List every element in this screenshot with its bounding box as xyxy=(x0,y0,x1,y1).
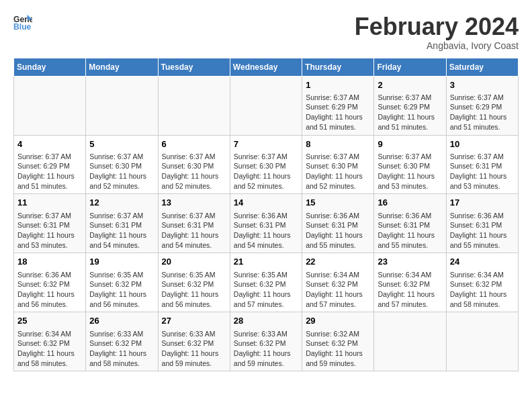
day-info: Sunset: 6:32 PM xyxy=(234,338,298,349)
calendar-cell: 15Sunrise: 6:36 AMSunset: 6:31 PMDayligh… xyxy=(302,194,374,253)
day-number: 15 xyxy=(306,197,370,209)
day-info: Sunset: 6:32 PM xyxy=(306,279,370,289)
day-info: Sunset: 6:32 PM xyxy=(162,279,226,289)
day-number: 17 xyxy=(450,197,515,209)
day-number: 20 xyxy=(162,256,226,268)
day-info: Daylight: 11 hours and 58 minutes. xyxy=(89,349,154,368)
day-number: 26 xyxy=(89,315,154,327)
calendar-cell: 10Sunrise: 6:37 AMSunset: 6:31 PMDayligh… xyxy=(446,135,518,194)
calendar-cell: 6Sunrise: 6:37 AMSunset: 6:30 PMDaylight… xyxy=(158,135,230,194)
day-number: 4 xyxy=(17,138,82,150)
day-info: Sunrise: 6:33 AM xyxy=(89,329,154,339)
day-info: Sunset: 6:30 PM xyxy=(378,161,442,171)
day-info: Daylight: 11 hours and 57 minutes. xyxy=(234,289,298,309)
day-info: Sunrise: 6:37 AM xyxy=(306,152,370,162)
day-number: 1 xyxy=(306,79,370,91)
calendar-cell: 16Sunrise: 6:36 AMSunset: 6:31 PMDayligh… xyxy=(374,194,446,253)
day-info: Daylight: 11 hours and 51 minutes. xyxy=(378,112,442,132)
day-info: Sunset: 6:32 PM xyxy=(162,338,226,349)
calendar-cell: 2Sunrise: 6:37 AMSunset: 6:29 PMDaylight… xyxy=(374,76,446,135)
header-tuesday: Tuesday xyxy=(158,58,230,76)
calendar-cell: 20Sunrise: 6:35 AMSunset: 6:32 PMDayligh… xyxy=(158,253,230,312)
logo: General Blue xyxy=(13,13,32,32)
day-info: Daylight: 11 hours and 52 minutes. xyxy=(234,171,298,191)
calendar-cell xyxy=(158,76,230,135)
day-number: 29 xyxy=(306,315,370,327)
day-info: Daylight: 11 hours and 57 minutes. xyxy=(306,289,370,309)
day-number: 22 xyxy=(306,256,370,268)
day-info: Sunrise: 6:35 AM xyxy=(234,270,298,280)
day-number: 14 xyxy=(234,197,298,209)
day-info: Sunrise: 6:33 AM xyxy=(162,329,226,339)
day-info: Sunset: 6:31 PM xyxy=(17,220,82,230)
day-info: Sunrise: 6:34 AM xyxy=(306,270,370,280)
day-number: 7 xyxy=(234,138,298,150)
day-info: Sunset: 6:32 PM xyxy=(378,279,442,289)
day-info: Sunrise: 6:32 AM xyxy=(306,329,370,339)
calendar-cell xyxy=(86,76,158,135)
calendar-cell: 1Sunrise: 6:37 AMSunset: 6:29 PMDaylight… xyxy=(302,76,374,135)
day-info: Sunset: 6:31 PM xyxy=(450,161,515,171)
calendar-cell: 14Sunrise: 6:36 AMSunset: 6:31 PMDayligh… xyxy=(230,194,302,253)
day-info: Sunset: 6:31 PM xyxy=(162,220,226,230)
day-info: Sunrise: 6:34 AM xyxy=(17,329,82,339)
calendar-cell: 22Sunrise: 6:34 AMSunset: 6:32 PMDayligh… xyxy=(302,253,374,312)
day-info: Daylight: 11 hours and 53 minutes. xyxy=(17,230,82,250)
day-info: Sunset: 6:32 PM xyxy=(89,279,154,289)
calendar-cell: 18Sunrise: 6:36 AMSunset: 6:32 PMDayligh… xyxy=(14,253,86,312)
calendar-cell: 13Sunrise: 6:37 AMSunset: 6:31 PMDayligh… xyxy=(158,194,230,253)
day-info: Sunrise: 6:34 AM xyxy=(378,270,442,280)
day-number: 16 xyxy=(378,197,442,209)
header-row: Sunday Monday Tuesday Wednesday Thursday… xyxy=(14,58,519,76)
calendar-cell: 28Sunrise: 6:33 AMSunset: 6:32 PMDayligh… xyxy=(230,312,302,371)
day-info: Sunset: 6:31 PM xyxy=(234,220,298,230)
logo-icon: General Blue xyxy=(13,13,32,32)
day-info: Daylight: 11 hours and 55 minutes. xyxy=(378,230,442,250)
day-number: 12 xyxy=(89,197,154,209)
day-info: Sunset: 6:30 PM xyxy=(234,161,298,171)
calendar-cell: 7Sunrise: 6:37 AMSunset: 6:30 PMDaylight… xyxy=(230,135,302,194)
day-info: Sunrise: 6:36 AM xyxy=(306,211,370,221)
day-number: 19 xyxy=(89,256,154,268)
calendar-cell: 3Sunrise: 6:37 AMSunset: 6:29 PMDaylight… xyxy=(446,76,518,135)
day-info: Sunrise: 6:33 AM xyxy=(234,329,298,339)
day-info: Daylight: 11 hours and 59 minutes. xyxy=(234,349,298,368)
day-info: Sunset: 6:32 PM xyxy=(17,279,82,289)
day-info: Sunrise: 6:35 AM xyxy=(162,270,226,280)
day-number: 27 xyxy=(162,315,226,327)
day-info: Daylight: 11 hours and 55 minutes. xyxy=(450,230,515,250)
calendar-cell: 29Sunrise: 6:32 AMSunset: 6:32 PMDayligh… xyxy=(302,312,374,371)
header-thursday: Thursday xyxy=(302,58,374,76)
title-block: February 2024 Angbavia, Ivory Coast xyxy=(355,13,519,51)
day-info: Daylight: 11 hours and 54 minutes. xyxy=(162,230,226,250)
day-number: 5 xyxy=(89,138,154,150)
calendar-cell xyxy=(14,76,86,135)
calendar-cell xyxy=(230,76,302,135)
day-number: 10 xyxy=(450,138,515,150)
day-info: Daylight: 11 hours and 52 minutes. xyxy=(89,171,154,191)
day-info: Daylight: 11 hours and 51 minutes. xyxy=(306,112,370,132)
day-info: Sunrise: 6:36 AM xyxy=(234,211,298,221)
day-info: Sunset: 6:32 PM xyxy=(17,338,82,349)
calendar-cell: 23Sunrise: 6:34 AMSunset: 6:32 PMDayligh… xyxy=(374,253,446,312)
day-info: Daylight: 11 hours and 59 minutes. xyxy=(162,349,226,368)
day-info: Sunrise: 6:35 AM xyxy=(89,270,154,280)
day-info: Sunrise: 6:37 AM xyxy=(162,152,226,162)
header-sunday: Sunday xyxy=(14,58,86,76)
day-info: Sunset: 6:31 PM xyxy=(306,220,370,230)
day-info: Sunset: 6:32 PM xyxy=(89,338,154,349)
day-info: Sunset: 6:29 PM xyxy=(306,102,370,112)
calendar-cell: 4Sunrise: 6:37 AMSunset: 6:29 PMDaylight… xyxy=(14,135,86,194)
header-monday: Monday xyxy=(86,58,158,76)
day-info: Daylight: 11 hours and 51 minutes. xyxy=(450,112,515,132)
day-number: 28 xyxy=(234,315,298,327)
calendar-week-0: 1Sunrise: 6:37 AMSunset: 6:29 PMDaylight… xyxy=(14,76,519,135)
day-info: Sunrise: 6:37 AM xyxy=(450,152,515,162)
calendar-cell xyxy=(374,312,446,371)
day-info: Sunset: 6:29 PM xyxy=(17,161,82,171)
calendar-cell: 21Sunrise: 6:35 AMSunset: 6:32 PMDayligh… xyxy=(230,253,302,312)
day-info: Daylight: 11 hours and 56 minutes. xyxy=(162,289,226,309)
day-info: Sunrise: 6:37 AM xyxy=(450,93,515,103)
page-title: February 2024 xyxy=(355,13,519,40)
day-info: Sunset: 6:29 PM xyxy=(450,102,515,112)
